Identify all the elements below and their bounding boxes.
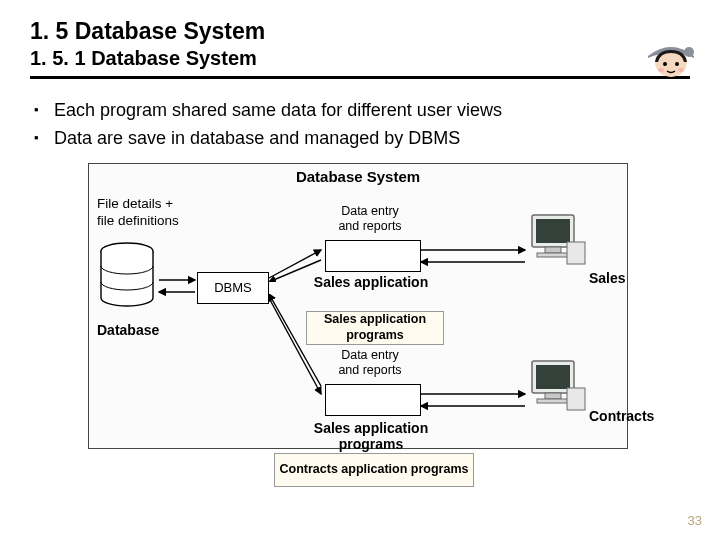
dbms-box: DBMS xyxy=(197,272,269,304)
bullet-item: Data are save in database and managed by… xyxy=(54,125,690,153)
bullet-list: Each program shared same data for differ… xyxy=(30,97,690,153)
page-number: 33 xyxy=(688,513,702,528)
svg-point-4 xyxy=(658,68,664,72)
svg-rect-16 xyxy=(567,388,585,410)
svg-rect-14 xyxy=(545,393,561,399)
overlay-contracts: Contracts application programs xyxy=(274,453,474,487)
divider xyxy=(30,76,690,79)
svg-rect-10 xyxy=(537,253,569,257)
svg-point-5 xyxy=(678,68,684,72)
data-entry-l1: Data entry xyxy=(341,204,399,218)
svg-point-1 xyxy=(684,47,694,57)
data-entry-l2: and reports xyxy=(338,219,401,233)
svg-rect-9 xyxy=(545,247,561,253)
bullet-item: Each program shared same data for differ… xyxy=(54,97,690,125)
diagram-title: Database System xyxy=(89,168,627,185)
slide-subtitle: 1. 5. 1 Database System xyxy=(30,47,690,70)
data-entry-l1b: Data entry xyxy=(341,348,399,362)
app-label-1: Sales application xyxy=(297,274,445,290)
app-box-2 xyxy=(325,384,421,416)
svg-rect-13 xyxy=(536,365,570,389)
data-entry-l2b: and reports xyxy=(338,363,401,377)
database-label: Database xyxy=(97,322,159,338)
svg-point-3 xyxy=(675,62,679,66)
arrow-db-dbms xyxy=(157,270,199,304)
data-entry-label-2: Data entry and reports xyxy=(329,348,411,378)
slide-title: 1. 5 Database System xyxy=(30,18,690,45)
svg-point-2 xyxy=(663,62,667,66)
file-details-line2: file definitions xyxy=(97,213,179,228)
overlay-sales: Sales application programs xyxy=(306,311,444,345)
database-icon xyxy=(97,242,157,308)
file-details-label: File details + file definitions xyxy=(97,196,179,230)
avatar-icon xyxy=(644,40,698,94)
app-box-1 xyxy=(325,240,421,272)
file-details-line1: File details + xyxy=(97,196,173,211)
diagram-frame: Database System File details + file defi… xyxy=(88,163,628,449)
data-entry-label-1: Data entry and reports xyxy=(329,204,411,234)
svg-rect-15 xyxy=(537,399,569,403)
monitor-icon-1 xyxy=(529,212,587,268)
app-label-2: Sales application programs xyxy=(297,420,445,452)
svg-rect-11 xyxy=(567,242,585,264)
diagram: Database System File details + file defi… xyxy=(88,163,628,473)
monitor-label-1: Sales xyxy=(589,270,626,286)
svg-rect-8 xyxy=(536,219,570,243)
monitor-icon-2 xyxy=(529,358,587,414)
monitor-label-2: Contracts xyxy=(589,408,654,424)
arrow-app1-mon1 xyxy=(419,240,529,274)
arrow-app2-mon2 xyxy=(419,384,529,418)
